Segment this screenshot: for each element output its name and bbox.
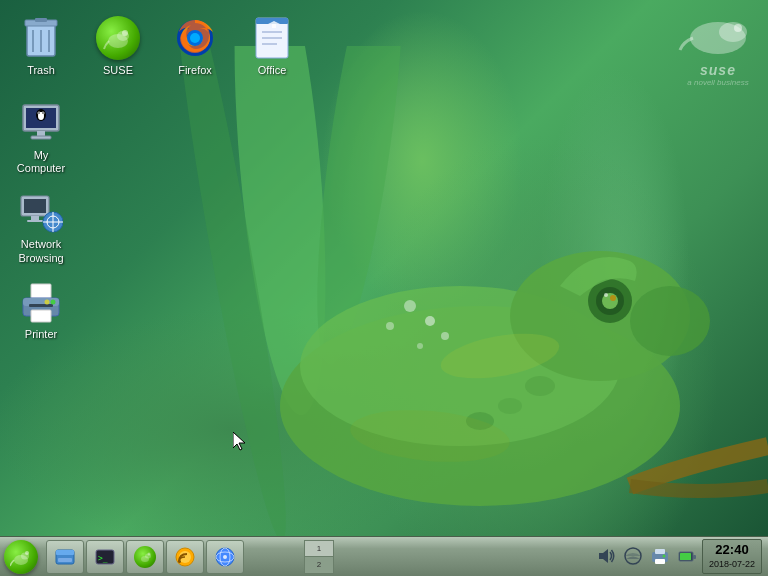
network-browsing-icon xyxy=(17,188,65,236)
svg-point-69 xyxy=(25,551,29,555)
taskbar: >_ xyxy=(0,536,768,576)
pager-page-2[interactable]: 2 xyxy=(305,557,333,573)
firefox-icon-item[interactable]: Firefox xyxy=(159,10,231,81)
taskbar-app-2[interactable]: >_ xyxy=(86,540,124,574)
printer-icon xyxy=(17,278,65,326)
svg-point-11 xyxy=(604,293,608,297)
trash-icon-item[interactable]: Trash xyxy=(5,10,77,81)
suse-logo: suse a novell business xyxy=(678,10,758,87)
system-tray: 22:40 2018-07-22 xyxy=(588,539,768,574)
svg-rect-50 xyxy=(37,131,45,136)
svg-point-12 xyxy=(525,376,555,396)
printer-icon-item[interactable]: Printer xyxy=(5,274,77,345)
taskbar-apps: >_ xyxy=(42,540,302,574)
taskbar-start-button[interactable] xyxy=(0,538,42,576)
svg-rect-55 xyxy=(27,220,43,222)
svg-point-66 xyxy=(45,299,50,304)
svg-rect-93 xyxy=(680,553,691,560)
clock-date: 2018-07-22 xyxy=(709,559,755,571)
svg-point-13 xyxy=(498,398,522,414)
svg-point-17 xyxy=(425,316,435,326)
svg-point-6 xyxy=(630,286,710,356)
svg-rect-63 xyxy=(29,304,53,307)
suse-label: SUSE xyxy=(103,64,133,77)
desktop: suse a novell business Trash xyxy=(0,0,768,576)
taskbar-app-5[interactable] xyxy=(206,540,244,574)
svg-point-23 xyxy=(719,22,747,42)
network-browsing-label: NetworkBrowsing xyxy=(18,238,63,264)
clock[interactable]: 22:40 2018-07-22 xyxy=(702,539,762,574)
pager-page-1[interactable]: 1 xyxy=(305,541,333,558)
svg-text:>_: >_ xyxy=(98,554,108,563)
taskbar-app-1[interactable] xyxy=(46,540,84,574)
battery-icon[interactable] xyxy=(675,544,699,568)
svg-point-10 xyxy=(610,295,616,301)
my-computer-icon-item[interactable]: MyComputer xyxy=(5,95,77,179)
volume-icon[interactable] xyxy=(594,544,618,568)
svg-point-65 xyxy=(51,299,56,304)
svg-marker-85 xyxy=(599,549,608,563)
svg-point-18 xyxy=(441,332,449,340)
svg-rect-53 xyxy=(24,199,46,213)
network-browsing-icon-item[interactable]: NetworkBrowsing xyxy=(5,184,77,268)
my-computer-icon xyxy=(17,99,65,147)
suse-icon-item[interactable]: SUSE xyxy=(82,10,154,81)
svg-rect-54 xyxy=(31,216,39,220)
firefox-label: Firefox xyxy=(178,64,212,77)
office-label: Office xyxy=(258,64,287,77)
svg-point-48 xyxy=(38,112,40,114)
office-icon xyxy=(248,14,296,62)
svg-point-90 xyxy=(662,555,665,558)
svg-point-80 xyxy=(178,560,181,563)
svg-point-84 xyxy=(223,555,227,559)
desktop-left-icons: MyComputer NetworkBrowsing xyxy=(0,90,82,350)
trash-icon xyxy=(17,14,65,62)
svg-rect-64 xyxy=(31,310,51,322)
svg-point-36 xyxy=(190,33,200,43)
network-icon[interactable] xyxy=(621,544,645,568)
desktop-top-icons: Trash SUSE xyxy=(0,5,313,86)
clock-time: 22:40 xyxy=(709,542,755,559)
svg-point-49 xyxy=(42,112,44,114)
chameleon-art xyxy=(80,46,768,536)
suse-icon xyxy=(94,14,142,62)
svg-point-77 xyxy=(148,552,151,555)
printer-label: Printer xyxy=(25,328,57,341)
svg-point-33 xyxy=(122,30,128,36)
trash-label: Trash xyxy=(27,64,55,77)
svg-rect-92 xyxy=(693,555,696,559)
svg-rect-88 xyxy=(655,549,665,554)
svg-rect-89 xyxy=(655,559,665,564)
svg-rect-27 xyxy=(35,18,47,22)
my-computer-label: MyComputer xyxy=(17,149,65,175)
svg-rect-71 xyxy=(56,550,74,555)
taskbar-app-3[interactable] xyxy=(126,540,164,574)
svg-point-24 xyxy=(734,24,742,32)
firefox-icon xyxy=(171,14,219,62)
taskbar-app-4[interactable] xyxy=(166,540,204,574)
svg-point-19 xyxy=(417,343,423,349)
printer-tray-icon[interactable] xyxy=(648,544,672,568)
svg-rect-51 xyxy=(31,136,51,139)
desktop-pager[interactable]: 1 2 xyxy=(304,540,334,574)
svg-rect-72 xyxy=(58,558,72,562)
svg-point-20 xyxy=(404,300,416,312)
office-icon-item[interactable]: Office xyxy=(236,10,308,81)
svg-point-21 xyxy=(386,322,394,330)
